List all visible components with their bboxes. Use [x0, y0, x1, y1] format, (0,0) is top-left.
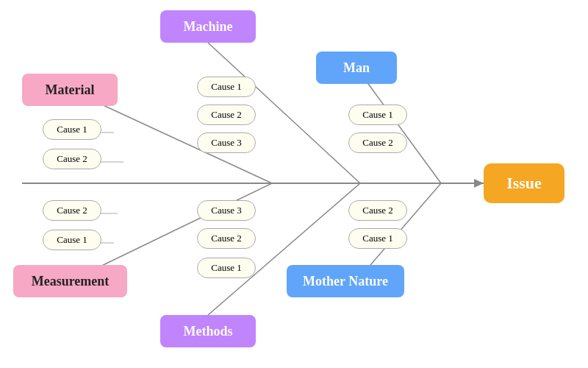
man-label: Man [316, 52, 397, 84]
issue-label: Issue [484, 163, 564, 203]
mat-cause1: Cause 1 [43, 119, 101, 140]
mac-cause2: Cause 2 [197, 105, 256, 125]
methods-label: Methods [160, 315, 256, 347]
man-cause2: Cause 2 [348, 132, 407, 153]
svg-marker-1 [474, 179, 484, 188]
mac-cause1: Cause 1 [197, 77, 256, 97]
material-label: Material [22, 74, 118, 106]
meth-cause3: Cause 3 [197, 200, 256, 221]
mn-cause1: Cause 1 [348, 228, 407, 249]
meas-cause1: Cause 1 [43, 230, 101, 250]
mother-nature-label: Mother Nature [287, 265, 404, 297]
measurement-label: Measurement [13, 265, 127, 297]
man-cause1: Cause 1 [348, 105, 407, 125]
meth-cause2: Cause 2 [197, 228, 256, 249]
meth-cause1: Cause 1 [197, 258, 256, 278]
mac-cause3: Cause 3 [197, 132, 256, 153]
mat-cause2: Cause 2 [43, 149, 101, 169]
meas-cause2: Cause 2 [43, 200, 101, 221]
machine-label: Machine [160, 10, 256, 43]
fishbone-diagram: Material Machine Man Measurement Methods… [0, 0, 588, 368]
mn-cause2: Cause 2 [348, 200, 407, 221]
svg-line-4 [356, 68, 441, 183]
